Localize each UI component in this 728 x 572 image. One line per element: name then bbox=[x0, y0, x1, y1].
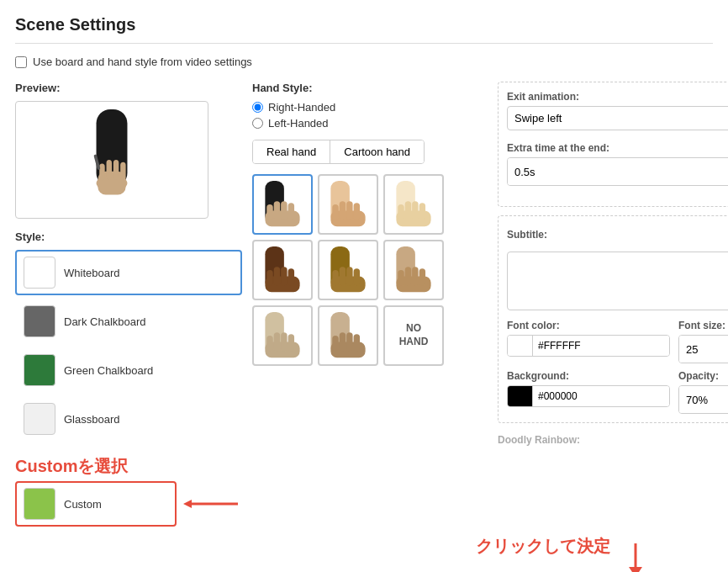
hand-option-6[interactable] bbox=[383, 240, 444, 300]
hand-option-3[interactable] bbox=[383, 174, 444, 235]
hand-style-label: Hand Style: bbox=[252, 82, 488, 94]
custom-with-arrow: Custom bbox=[15, 481, 242, 527]
opacity-input-group: 70% ▲ ▼ bbox=[678, 385, 728, 414]
preview-box bbox=[15, 101, 208, 219]
video-settings-checkbox-row: Use board and hand style from video sett… bbox=[15, 56, 713, 68]
svg-rect-26 bbox=[412, 201, 419, 220]
green-chalkboard-swatch bbox=[24, 354, 55, 386]
hand-option-7[interactable] bbox=[252, 305, 313, 366]
svg-rect-13 bbox=[274, 201, 281, 220]
preview-label: Preview: bbox=[15, 82, 242, 94]
tab-real-hand[interactable]: Real hand bbox=[253, 140, 330, 163]
hand-6-svg bbox=[388, 245, 439, 295]
extra-time-input[interactable]: 0.5s bbox=[508, 158, 728, 185]
dark-chalkboard-label: Dark Chalkboard bbox=[64, 315, 146, 328]
custom-swatch bbox=[24, 488, 55, 520]
whiteboard-label: Whiteboard bbox=[64, 267, 119, 279]
arrow-annotation bbox=[183, 495, 242, 512]
opacity-col: Opacity: 70% ▲ ▼ bbox=[678, 370, 728, 414]
style-item-glassboard[interactable]: Glassboard bbox=[15, 396, 242, 442]
whiteboard-swatch bbox=[24, 257, 55, 289]
custom-row-wrapper: Customを選択 Custom bbox=[15, 445, 242, 527]
svg-rect-36 bbox=[332, 270, 339, 286]
svg-marker-9 bbox=[183, 500, 192, 508]
svg-rect-37 bbox=[340, 267, 346, 286]
style-item-custom[interactable]: Custom bbox=[15, 481, 177, 527]
svg-rect-31 bbox=[274, 267, 281, 286]
exit-animation-select-wrapper: Swipe left Swipe right Fade out None bbox=[507, 106, 728, 130]
hand-tabs: Real hand Cartoon hand bbox=[252, 140, 425, 164]
svg-rect-21 bbox=[354, 203, 361, 220]
hand-option-no-hand[interactable]: NOHAND bbox=[383, 305, 444, 366]
middle-column: Hand Style: Right-Handed Left-Handed Rea… bbox=[252, 82, 488, 366]
opacity-input[interactable]: 70% bbox=[679, 386, 728, 413]
svg-rect-38 bbox=[346, 267, 353, 286]
hand-4-svg bbox=[257, 245, 308, 295]
extra-time-row: Extra time at the end: 0.5s ▲ ▼ bbox=[507, 142, 728, 186]
background-swatch bbox=[508, 386, 533, 406]
dark-chalkboard-swatch bbox=[24, 305, 55, 337]
subtitle-header: Subtitle: ON bbox=[507, 225, 728, 245]
hand-5-svg bbox=[323, 245, 373, 295]
extra-time-input-group: 0.5s ▲ ▼ bbox=[507, 157, 728, 186]
svg-rect-14 bbox=[281, 201, 288, 220]
preview-hand-svg bbox=[78, 109, 145, 210]
custom-label: Custom bbox=[64, 498, 102, 511]
hand-option-5[interactable] bbox=[318, 240, 378, 300]
hand-option-1[interactable] bbox=[252, 174, 313, 235]
svg-rect-44 bbox=[412, 267, 419, 286]
svg-rect-54 bbox=[332, 336, 339, 352]
font-color-size-row: Font color: #FFFFFF Font size: 25 ▲ ▼ bbox=[507, 320, 728, 363]
svg-rect-57 bbox=[354, 334, 361, 352]
font-color-row: #FFFFFF bbox=[507, 335, 670, 357]
background-color-input[interactable]: #000000 bbox=[533, 386, 669, 406]
video-settings-checkbox[interactable] bbox=[15, 56, 27, 68]
hand-option-2[interactable] bbox=[318, 174, 378, 235]
left-handed-label: Left-Handed bbox=[268, 117, 329, 130]
click-annotation-text: クリックして決定 bbox=[476, 535, 610, 558]
page-title: Scene Settings bbox=[15, 15, 713, 34]
svg-rect-50 bbox=[281, 332, 288, 352]
exit-animation-row: Exit animation: Swipe left Swipe right F… bbox=[507, 91, 728, 130]
right-column: Exit animation: Swipe left Swipe right F… bbox=[498, 82, 728, 452]
right-handed-radio[interactable] bbox=[252, 102, 263, 113]
style-item-green-chalkboard[interactable]: Green Chalkboard bbox=[15, 347, 242, 393]
background-label: Background: bbox=[507, 370, 670, 382]
svg-rect-33 bbox=[288, 268, 295, 286]
svg-rect-27 bbox=[419, 203, 426, 220]
hand-7-svg bbox=[257, 310, 308, 361]
font-color-swatch bbox=[508, 336, 533, 356]
down-arrow-icon bbox=[610, 543, 661, 572]
footer-wrapper: クリックして決定 Cancel Apply bbox=[0, 527, 728, 572]
subtitle-section: Subtitle: ON Font color: #FFFFFF bbox=[498, 215, 728, 423]
exit-animation-select[interactable]: Swipe left Swipe right Fade out None bbox=[507, 106, 728, 130]
style-list: Whiteboard Dark Chalkboard Green Chalkbo… bbox=[15, 250, 242, 527]
tab-cartoon-hand[interactable]: Cartoon hand bbox=[330, 140, 424, 163]
font-color-input[interactable]: #FFFFFF bbox=[533, 336, 669, 356]
hand-option-8[interactable] bbox=[318, 305, 378, 366]
font-color-col: Font color: #FFFFFF bbox=[507, 320, 670, 363]
svg-rect-25 bbox=[405, 201, 412, 220]
glassboard-swatch bbox=[24, 403, 55, 435]
style-item-whiteboard[interactable]: Whiteboard bbox=[15, 250, 242, 295]
hand-8-svg bbox=[323, 310, 373, 361]
svg-rect-42 bbox=[398, 270, 404, 286]
style-item-dark-chalkboard[interactable]: Dark Chalkboard bbox=[15, 299, 242, 344]
video-settings-label: Use board and hand style from video sett… bbox=[33, 56, 252, 68]
opacity-label: Opacity: bbox=[678, 370, 728, 382]
hand-option-4[interactable] bbox=[252, 240, 313, 300]
svg-rect-12 bbox=[266, 204, 273, 220]
hand-1-svg bbox=[257, 179, 308, 230]
svg-rect-51 bbox=[288, 334, 295, 352]
exit-animation-label: Exit animation: bbox=[507, 91, 728, 103]
font-size-input[interactable]: 25 bbox=[679, 336, 728, 363]
svg-rect-4 bbox=[107, 160, 112, 180]
extra-time-label: Extra time at the end: bbox=[507, 142, 728, 154]
annotation-region: クリックして決定 bbox=[0, 527, 728, 572]
svg-rect-3 bbox=[99, 164, 104, 181]
font-size-input-group: 25 ▲ ▼ bbox=[678, 335, 728, 363]
font-size-label: Font size: bbox=[678, 320, 728, 331]
subtitle-textarea[interactable] bbox=[507, 252, 728, 310]
left-handed-radio[interactable] bbox=[252, 118, 263, 129]
divider bbox=[15, 43, 713, 44]
